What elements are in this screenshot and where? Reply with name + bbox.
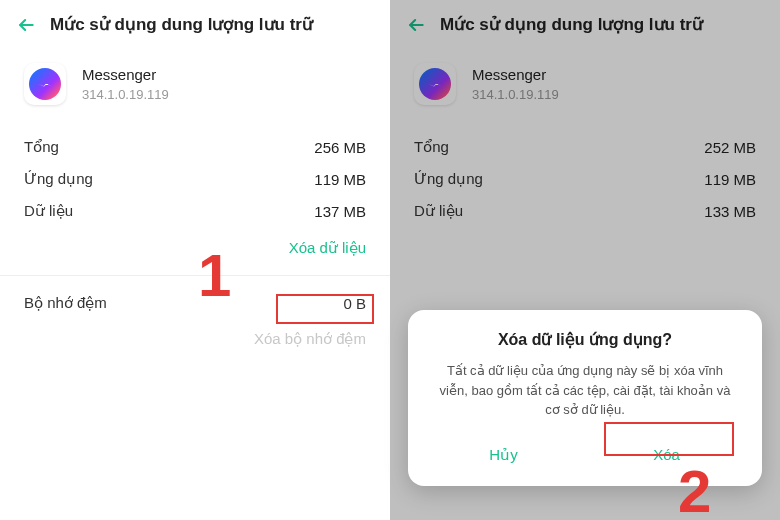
dialog-actions: Hủy Xóa (426, 436, 744, 474)
cache-row: Bộ nhớ đệm 0 B (0, 278, 390, 318)
stat-label: Ứng dụng (24, 170, 93, 188)
stat-app: Ứng dụng 119 MB (24, 163, 366, 195)
cancel-button[interactable]: Hủy (426, 436, 581, 474)
app-icon (414, 63, 456, 105)
stat-total: Tổng 252 MB (414, 131, 756, 163)
clear-cache-button: Xóa bộ nhớ đệm (0, 318, 390, 358)
app-version: 314.1.0.19.119 (472, 87, 559, 102)
clear-data-button[interactable]: Xóa dữ liệu (0, 227, 390, 267)
divider (0, 275, 390, 276)
screen-right: Mức sử dụng dung lượng lưu trữ Messenger… (390, 0, 780, 520)
app-info-row: Messenger 314.1.0.19.119 (390, 45, 780, 131)
header: Mức sử dụng dung lượng lưu trữ (390, 0, 780, 45)
storage-stats: Tổng 252 MB Ứng dụng 119 MB Dữ liệu 133 … (390, 131, 780, 227)
cache-value: 0 B (343, 295, 366, 312)
stat-value: 137 MB (314, 203, 366, 220)
stat-app: Ứng dụng 119 MB (414, 163, 756, 195)
stat-value: 119 MB (314, 171, 366, 188)
stat-value: 119 MB (704, 171, 756, 188)
back-icon[interactable] (406, 15, 426, 35)
stat-label: Tổng (24, 138, 59, 156)
storage-stats: Tổng 256 MB Ứng dụng 119 MB Dữ liệu 137 … (0, 131, 390, 227)
screen-left: Mức sử dụng dung lượng lưu trữ Messenger… (0, 0, 390, 520)
stat-total: Tổng 256 MB (24, 131, 366, 163)
stat-label: Ứng dụng (414, 170, 483, 188)
stat-value: 256 MB (314, 139, 366, 156)
app-version: 314.1.0.19.119 (82, 87, 169, 102)
back-icon[interactable] (16, 15, 36, 35)
stat-data: Dữ liệu 133 MB (414, 195, 756, 227)
page-title: Mức sử dụng dung lượng lưu trữ (440, 14, 703, 35)
messenger-icon (419, 68, 451, 100)
dialog-body: Tất cả dữ liệu của ứng dụng này sẽ bị xó… (426, 361, 744, 420)
stat-value: 133 MB (704, 203, 756, 220)
app-name: Messenger (82, 66, 169, 83)
stat-label: Dữ liệu (414, 202, 463, 220)
confirm-dialog: Xóa dữ liệu ứng dụng? Tất cả dữ liệu của… (408, 310, 762, 486)
messenger-icon (29, 68, 61, 100)
page-title: Mức sử dụng dung lượng lưu trữ (50, 14, 313, 35)
confirm-button[interactable]: Xóa (589, 436, 744, 474)
dialog-title: Xóa dữ liệu ứng dụng? (426, 330, 744, 349)
stat-data: Dữ liệu 137 MB (24, 195, 366, 227)
header: Mức sử dụng dung lượng lưu trữ (0, 0, 390, 45)
cache-label: Bộ nhớ đệm (24, 294, 107, 312)
app-icon (24, 63, 66, 105)
stat-label: Dữ liệu (24, 202, 73, 220)
stat-value: 252 MB (704, 139, 756, 156)
app-name: Messenger (472, 66, 559, 83)
app-info-row: Messenger 314.1.0.19.119 (0, 45, 390, 131)
stat-label: Tổng (414, 138, 449, 156)
